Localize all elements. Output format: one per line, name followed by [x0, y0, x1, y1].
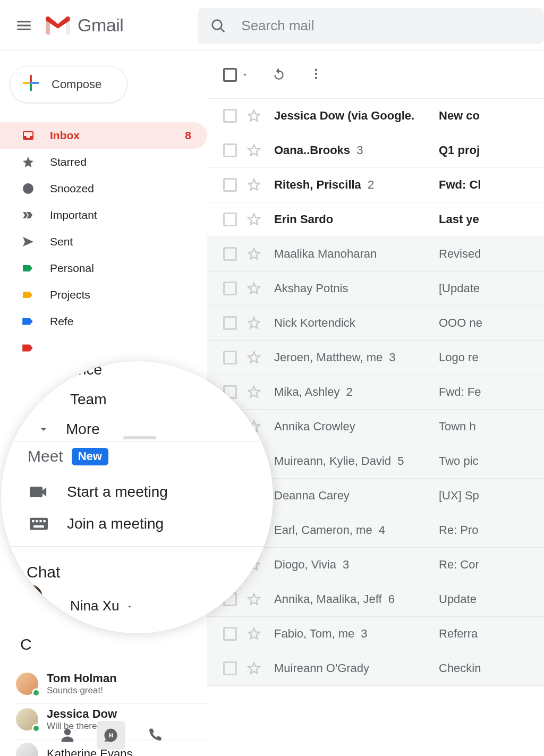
- email-star[interactable]: [246, 143, 261, 158]
- start-meeting-item[interactable]: Start a meeting: [30, 483, 168, 500]
- meet-magnifier-overlay: nce Team More Meet New Start a meeting J…: [1, 361, 273, 633]
- new-badge: New: [72, 448, 108, 465]
- email-row[interactable]: Erin SardoLast ye: [207, 202, 544, 237]
- svg-rect-9: [32, 520, 34, 522]
- email-row[interactable]: Annika, Maalika, Jeff 6Update: [207, 582, 544, 617]
- chat-bottom-tabs: [53, 721, 169, 750]
- app-header: Gmail Search mail: [0, 0, 544, 51]
- phone-tab[interactable]: [140, 721, 169, 750]
- sidebar-item-snoozed[interactable]: Snoozed: [0, 175, 207, 202]
- gmail-logo[interactable]: Gmail: [46, 15, 123, 36]
- people-tab[interactable]: [53, 721, 82, 750]
- email-row[interactable]: Maalika ManoharanRevised: [207, 237, 544, 271]
- presence-dot: [32, 689, 40, 697]
- tag-icon-reference: [21, 315, 35, 328]
- email-checkbox[interactable]: [223, 143, 237, 157]
- sidebar-item-sent[interactable]: Sent: [0, 228, 207, 255]
- thread-count: 2: [343, 385, 353, 398]
- chat-section-header-mag: Chat: [27, 563, 60, 581]
- sidebar-item-inbox[interactable]: Inbox 8: [0, 122, 207, 149]
- more-options-button[interactable]: [309, 67, 323, 83]
- sidebar-item-team[interactable]: Team: [70, 391, 106, 408]
- sidebar-label-personal: Personal: [50, 262, 94, 275]
- email-checkbox[interactable]: [223, 109, 237, 123]
- email-sender: Akshay Potnis: [274, 282, 439, 295]
- email-row[interactable]: Mika, Ashley 2Fwd: Fe: [207, 375, 544, 410]
- email-checkbox[interactable]: [223, 178, 237, 192]
- sidebar-item-personal[interactable]: Personal: [0, 255, 207, 282]
- email-row[interactable]: Muireann O'GradyCheckin: [207, 651, 544, 686]
- email-row[interactable]: Jessica Dow (via Google.New co: [207, 99, 544, 133]
- email-star[interactable]: [246, 247, 261, 261]
- email-sender: Diogo, Vivia 3: [274, 558, 439, 572]
- sidebar-item-projects[interactable]: Projects: [0, 282, 207, 308]
- email-checkbox[interactable]: [223, 351, 237, 364]
- email-subject: Fwd: Fe: [439, 385, 481, 399]
- avatar-jessica: [16, 708, 38, 730]
- sidebar-more-toggle[interactable]: More: [37, 421, 100, 438]
- email-row[interactable]: Akshay Potnis[Update: [207, 271, 544, 306]
- email-sender: Jessica Dow (via Google.: [274, 109, 439, 123]
- email-sender: Ritesh, Priscilla 2: [274, 178, 439, 192]
- sidebar-item-cutoff-tag[interactable]: [0, 335, 207, 361]
- svg-rect-12: [44, 520, 46, 522]
- email-subject: Logo re: [439, 351, 479, 364]
- chat-section-header-partial: C: [20, 635, 32, 653]
- start-meeting-label: Start a meeting: [67, 483, 168, 500]
- tag-icon-cutoff: [21, 341, 35, 355]
- join-meeting-item[interactable]: Join a meeting: [30, 515, 164, 532]
- email-row[interactable]: Jeroen, Matthew, me 3Logo re: [207, 341, 544, 375]
- search-bar[interactable]: Search mail: [198, 8, 544, 44]
- select-all[interactable]: [223, 68, 249, 82]
- sidebar-item-reference[interactable]: Refe: [0, 308, 207, 335]
- chat-item-tom[interactable]: Tom Holman Sounds great!: [16, 668, 207, 703]
- email-row[interactable]: Nick KortendickOOO ne: [207, 306, 544, 341]
- sidebar-item-important[interactable]: Important: [0, 202, 207, 228]
- chat-item-nina[interactable]: Nina Xu: [70, 598, 133, 614]
- email-checkbox[interactable]: [223, 316, 237, 330]
- email-star[interactable]: [246, 108, 261, 123]
- email-checkbox[interactable]: [223, 661, 237, 675]
- email-star[interactable]: [246, 177, 261, 192]
- email-checkbox[interactable]: [223, 213, 237, 226]
- email-sender: Annika Crowley: [274, 420, 439, 434]
- more-label: More: [66, 421, 100, 438]
- mail-main: Jessica Dow (via Google.New coOana..Broo…: [207, 51, 544, 756]
- email-star[interactable]: [246, 212, 261, 227]
- email-row[interactable]: Ritesh, Priscilla 2Fwd: Cl: [207, 168, 544, 202]
- email-star[interactable]: [246, 385, 261, 400]
- svg-point-6: [315, 72, 317, 74]
- email-star[interactable]: [246, 350, 261, 365]
- email-checkbox[interactable]: [223, 247, 237, 261]
- svg-rect-8: [30, 518, 48, 530]
- tag-icon-projects: [21, 288, 35, 301]
- svg-rect-11: [39, 520, 41, 522]
- sidebar-label-snoozed: Snoozed: [50, 182, 94, 195]
- email-star[interactable]: [246, 592, 261, 607]
- email-star[interactable]: [246, 316, 261, 330]
- email-star[interactable]: [246, 281, 261, 296]
- mail-toolbar: [207, 51, 544, 99]
- compose-button[interactable]: Compose: [10, 66, 128, 103]
- email-row[interactable]: Fabio, Tom, me 3Referra: [207, 617, 544, 651]
- email-checkbox[interactable]: [223, 627, 237, 641]
- email-subject: Two pic: [439, 454, 479, 468]
- email-subject: Town h: [439, 420, 476, 434]
- divider: [1, 441, 273, 441]
- email-sender: Muireann O'Grady: [274, 661, 439, 675]
- refresh-button[interactable]: [272, 67, 286, 83]
- sidebar-label-inbox: Inbox: [50, 129, 80, 142]
- email-subject: Re: Pro: [439, 523, 479, 537]
- email-star[interactable]: [246, 626, 261, 641]
- email-row[interactable]: Oana..Brooks 3Q1 proj: [207, 133, 544, 168]
- chevron-down-icon: [37, 423, 50, 436]
- email-sender: Annika, Maalika, Jeff 6: [274, 592, 439, 606]
- sidebar-item-starred[interactable]: Starred: [0, 149, 207, 175]
- resize-handle[interactable]: [123, 436, 156, 439]
- email-star[interactable]: [246, 661, 261, 676]
- inbox-unread-count: 8: [185, 129, 191, 142]
- main-menu-icon[interactable]: [15, 16, 33, 35]
- svg-rect-2: [23, 82, 30, 84]
- email-checkbox[interactable]: [223, 282, 237, 295]
- hangouts-tab[interactable]: [97, 721, 125, 750]
